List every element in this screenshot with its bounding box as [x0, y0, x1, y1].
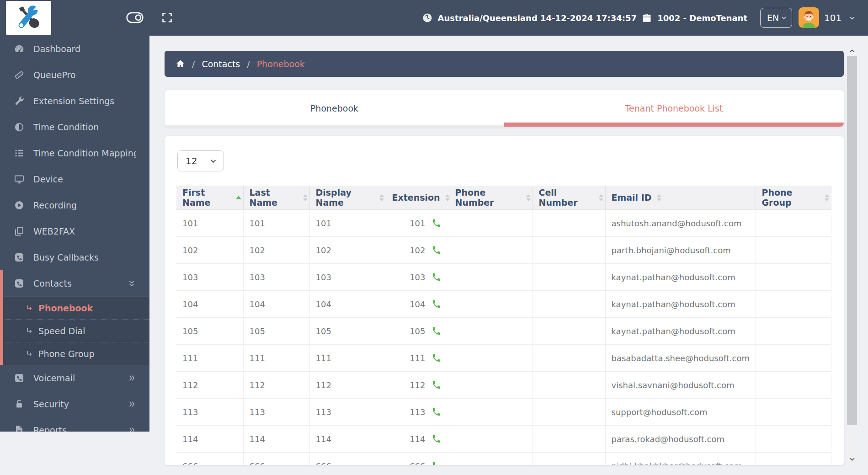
table-header-row: First NameLast NameDisplay NameExtension…: [176, 186, 831, 210]
file-icon: [14, 425, 25, 432]
cell-text: kaynat.pathan@hodusoft.com: [612, 272, 735, 282]
sidebar-item-voicemail[interactable]: Voicemail: [0, 365, 149, 391]
scroll-down-button[interactable]: [847, 454, 857, 464]
call-phone-icon[interactable]: [431, 299, 442, 309]
cell-text: 666: [250, 461, 265, 465]
cell-phone-group: [756, 291, 831, 318]
tenant-label: 1002 - DemoTenant: [657, 13, 747, 23]
phonebook-table: First NameLast NameDisplay NameExtension…: [176, 186, 831, 465]
cell-first-name: 111: [176, 345, 243, 372]
sidebar-item-time-condition[interactable]: Time Condition: [0, 114, 149, 140]
column-header-phone-group[interactable]: Phone Group: [756, 186, 831, 210]
cell-last-name: 105: [243, 318, 309, 345]
cell-text: vishal.savnani@hodusoft.com: [612, 380, 735, 390]
cell-cell-number: [533, 399, 605, 426]
cell-text: 111: [316, 353, 331, 363]
sidebar-group-extension-settings: Extension Settings: [0, 88, 149, 114]
sidebar-item-dashboard[interactable]: Dashboard: [0, 36, 149, 62]
call-phone-icon[interactable]: [431, 272, 442, 282]
call-phone-icon[interactable]: [431, 380, 442, 390]
call-phone-icon[interactable]: [431, 461, 442, 465]
sidebar-item-recording[interactable]: Recording: [0, 192, 149, 218]
sidebar-item-label: Security: [33, 399, 128, 409]
call-phone-icon[interactable]: [431, 218, 442, 228]
app-logo[interactable]: [6, 1, 51, 35]
cell-text: 101: [182, 219, 198, 228]
cell-extension: 112: [386, 372, 449, 399]
cell-phone-group: [756, 210, 831, 237]
call-phone-icon[interactable]: [431, 353, 442, 363]
cell-phone-number: [449, 318, 533, 345]
chevrons-right-icon: [128, 374, 136, 382]
sidebar-toggle-icon[interactable]: [126, 12, 144, 23]
sidebar-item-device[interactable]: Device: [0, 166, 149, 192]
table-row: 104104104104kaynat.pathan@hodusoft.com: [176, 291, 831, 318]
scroll-up-button[interactable]: [847, 46, 857, 56]
tab-label: Phonebook: [310, 103, 358, 113]
cell-email-id: ashutosh.anand@hodusoft.com: [605, 210, 756, 237]
sidebar-subitem-phonebook[interactable]: Phonebook: [0, 296, 149, 319]
sidebar-subitem-phone-group[interactable]: Phone Group: [0, 342, 149, 365]
tab-phonebook[interactable]: Phonebook: [165, 90, 504, 127]
column-header-display-name[interactable]: Display Name: [309, 186, 386, 210]
call-phone-icon[interactable]: [431, 326, 442, 336]
column-header-last-name[interactable]: Last Name: [243, 186, 309, 210]
column-header-cell-number[interactable]: Cell Number: [533, 186, 605, 210]
language-value: EN: [767, 13, 779, 23]
sidebar-item-contacts[interactable]: Contacts: [0, 270, 149, 296]
sidebar-submenu: PhonebookSpeed DialPhone Group: [0, 296, 149, 365]
column-header-email-id[interactable]: Email ID: [605, 186, 756, 210]
user-extension-menu[interactable]: 101: [824, 0, 856, 36]
sidebar-subitem-label: Phone Group: [38, 349, 95, 359]
sidebar-item-label: Dashboard: [33, 44, 136, 54]
list-icon: [14, 148, 25, 159]
sidebar-item-time-condition-mapping[interactable]: Time Condition Mapping: [0, 140, 149, 166]
cell-phone-number: [449, 237, 533, 264]
timezone-clock: Australia/Queensland 14-12-2024 17:34:57: [422, 0, 637, 36]
cell-phone-group: [756, 345, 831, 372]
fullscreen-icon[interactable]: [161, 11, 173, 24]
column-header-first-name[interactable]: First Name: [176, 186, 243, 210]
cell-display-name: 112: [309, 372, 386, 399]
monitor-icon: [14, 174, 25, 185]
sidebar-item-label: Recording: [33, 200, 136, 210]
column-header-phone-number[interactable]: Phone Number: [449, 186, 533, 210]
extension-number: 113: [410, 407, 425, 417]
sidebar-item-queuepro[interactable]: QueuePro: [0, 62, 149, 88]
language-select[interactable]: EN: [760, 8, 792, 28]
sidebar-item-busy-callbacks[interactable]: Busy Callbacks: [0, 244, 149, 270]
sidebar-item-security[interactable]: Security: [0, 391, 149, 417]
cell-text: 104: [316, 299, 331, 309]
call-phone-icon[interactable]: [431, 434, 442, 444]
call-phone-icon[interactable]: [431, 245, 442, 255]
cell-last-name: 666: [243, 453, 309, 465]
breadcrumb-contacts[interactable]: Contacts: [202, 59, 240, 69]
cell-cell-number: [533, 345, 605, 372]
avatar-image: [799, 7, 819, 28]
sidebar-item-reports[interactable]: Reports: [0, 417, 149, 432]
tab-tenant-phonebook-list[interactable]: Tenant Phonebook List: [504, 90, 844, 127]
sidebar-item-label: Time Condition: [33, 122, 136, 132]
cell-last-name: 102: [243, 237, 309, 264]
column-label: Phone Group: [762, 187, 820, 208]
scrollbar-thumb[interactable]: [847, 56, 857, 425]
clock-icon: [422, 12, 433, 23]
cell-phone-group: [756, 318, 831, 345]
cell-extension: 104: [386, 291, 449, 318]
column-label: Display Name: [316, 187, 374, 208]
sidebar-item-web2fax[interactable]: WEB2FAX: [0, 218, 149, 244]
home-icon[interactable]: [176, 59, 185, 69]
cell-text: parth.bhojani@hodusoft.com: [612, 246, 731, 255]
tenant-info: 1002 - DemoTenant: [641, 0, 747, 36]
sidebar-subitem-speed-dial[interactable]: Speed Dial: [0, 319, 149, 342]
cell-phone-group: [756, 264, 831, 291]
sidebar-group-dashboard: Dashboard: [0, 36, 149, 62]
user-avatar[interactable]: [799, 7, 819, 28]
tab-label: Tenant Phonebook List: [625, 103, 723, 113]
page-size-select[interactable]: 12: [177, 150, 224, 171]
column-header-extension[interactable]: Extension: [386, 186, 449, 210]
cell-text: kaynat.pathan@hodusoft.com: [612, 326, 735, 336]
cell-extension: 666: [386, 453, 449, 465]
sidebar-item-extension-settings[interactable]: Extension Settings: [0, 88, 149, 114]
call-phone-icon[interactable]: [431, 407, 442, 417]
